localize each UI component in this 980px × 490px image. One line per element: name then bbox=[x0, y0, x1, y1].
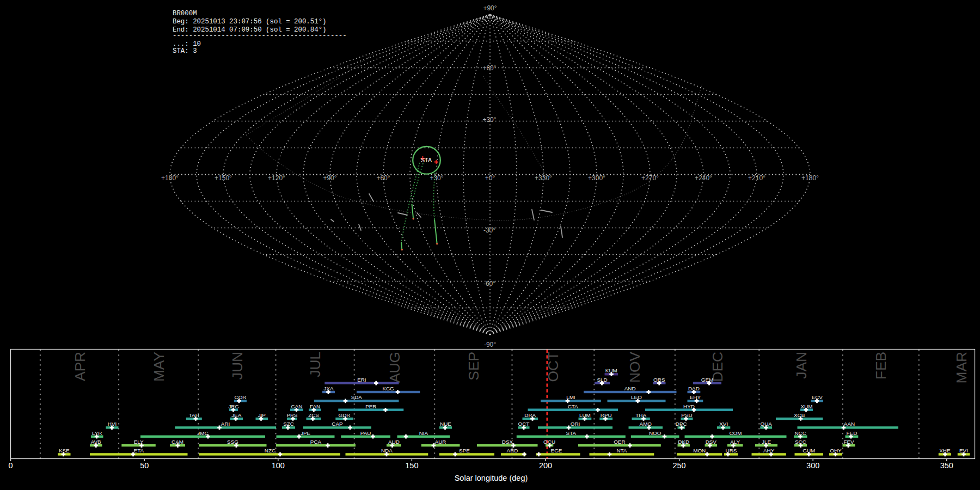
svg-text:DAD: DAD bbox=[688, 385, 700, 391]
svg-text:200: 200 bbox=[539, 461, 552, 470]
svg-text:DPC: DPC bbox=[676, 421, 687, 427]
svg-text:...: 10: ...: 10 bbox=[173, 40, 201, 48]
svg-text:THA: THA bbox=[635, 412, 646, 418]
svg-text:JRC: JRC bbox=[228, 403, 238, 409]
svg-text:SCC: SCC bbox=[795, 439, 806, 445]
svg-text:SEP: SEP bbox=[465, 352, 482, 381]
svg-text:JUL: JUL bbox=[307, 352, 323, 377]
svg-text:JMC: JMC bbox=[197, 430, 208, 436]
svg-text:COM: COM bbox=[729, 430, 742, 436]
svg-text:AUD: AUD bbox=[388, 439, 400, 445]
svg-text:JAN: JAN bbox=[793, 352, 810, 379]
svg-text:URS: URS bbox=[726, 448, 737, 454]
svg-text:ELY: ELY bbox=[134, 439, 144, 445]
svg-text:PER: PER bbox=[365, 403, 376, 409]
svg-text:FEB: FEB bbox=[873, 352, 889, 379]
svg-text:+180°: +180° bbox=[161, 174, 179, 182]
svg-text:AMO: AMO bbox=[640, 421, 652, 427]
svg-text:ALY: ALY bbox=[730, 439, 740, 445]
svg-text:RPU: RPU bbox=[601, 412, 612, 418]
svg-text:ARD: ARD bbox=[507, 448, 518, 454]
svg-text:KCG: KCG bbox=[382, 385, 394, 391]
svg-text:-60°: -60° bbox=[483, 280, 495, 287]
svg-text:CTA: CTA bbox=[568, 403, 578, 409]
svg-text:NUE: NUE bbox=[440, 421, 451, 427]
svg-text:NOO: NOO bbox=[649, 430, 661, 436]
svg-text:AUG: AUG bbox=[387, 352, 403, 383]
svg-text:AVB: AVB bbox=[91, 439, 101, 445]
svg-text:ORI: ORI bbox=[571, 421, 580, 427]
svg-text:OHY: OHY bbox=[830, 448, 842, 454]
svg-text:JPE: JPE bbox=[301, 430, 311, 436]
svg-text:+60°: +60° bbox=[482, 64, 496, 72]
svg-text:TAH: TAH bbox=[189, 412, 199, 418]
svg-text:STA: STA bbox=[421, 157, 432, 163]
svg-text:JLE: JLE bbox=[762, 439, 771, 445]
svg-text:0: 0 bbox=[9, 461, 13, 470]
svg-text:-90°: -90° bbox=[484, 341, 496, 348]
svg-text:JEA: JEA bbox=[231, 412, 242, 418]
svg-text:LYR: LYR bbox=[92, 430, 102, 436]
svg-text:+210°: +210° bbox=[748, 174, 765, 182]
svg-text:DKD: DKD bbox=[678, 439, 689, 445]
svg-text:DSV: DSV bbox=[706, 439, 717, 445]
svg-text:+60°: +60° bbox=[376, 174, 390, 182]
svg-text:+30°: +30° bbox=[482, 116, 496, 124]
svg-text:+120°: +120° bbox=[268, 174, 285, 182]
svg-text:JXA: JXA bbox=[323, 385, 334, 391]
svg-text:EVI: EVI bbox=[959, 448, 968, 454]
svg-text:MON: MON bbox=[693, 448, 706, 454]
svg-text:LUM: LUM bbox=[579, 412, 591, 418]
svg-text:250: 250 bbox=[672, 461, 685, 470]
svg-text:COR: COR bbox=[235, 394, 247, 400]
svg-text:HVI: HVI bbox=[108, 421, 117, 427]
svg-text:CAP: CAP bbox=[332, 421, 343, 427]
svg-text:ECV: ECV bbox=[812, 394, 823, 400]
svg-text:ZCS: ZCS bbox=[308, 412, 319, 418]
svg-text:+150°: +150° bbox=[215, 174, 232, 182]
svg-text:300: 300 bbox=[806, 461, 819, 470]
svg-text:SPE: SPE bbox=[459, 448, 470, 454]
svg-text:GUM: GUM bbox=[803, 448, 815, 454]
svg-text:Solar longitude (deg): Solar longitude (deg) bbox=[455, 474, 528, 482]
svg-text:NCC: NCC bbox=[794, 430, 806, 436]
svg-text:GDR: GDR bbox=[339, 412, 351, 418]
svg-text:XCB: XCB bbox=[794, 412, 805, 418]
svg-text:CAN: CAN bbox=[291, 403, 303, 409]
svg-text:50: 50 bbox=[140, 461, 149, 470]
svg-text:NTA: NTA bbox=[616, 448, 627, 454]
svg-text:STA: STA bbox=[566, 430, 577, 436]
svg-text:APR: APR bbox=[72, 352, 88, 381]
svg-text:DSX: DSX bbox=[502, 439, 513, 445]
svg-text:NOV: NOV bbox=[627, 352, 643, 383]
svg-text:+180°: +180° bbox=[801, 174, 819, 182]
svg-text:SDA: SDA bbox=[351, 394, 363, 400]
svg-text:EGE: EGE bbox=[551, 448, 562, 454]
svg-text:AHY: AHY bbox=[763, 448, 775, 454]
svg-text:150: 150 bbox=[405, 461, 418, 470]
svg-text:+330°: +330° bbox=[535, 174, 552, 182]
svg-text:XVI: XVI bbox=[719, 421, 728, 427]
svg-text:NZC: NZC bbox=[265, 448, 275, 454]
svg-text:AAN: AAN bbox=[844, 421, 855, 427]
svg-text:NDA: NDA bbox=[381, 448, 393, 454]
svg-text:KSE: KSE bbox=[59, 448, 70, 454]
svg-text:HYD: HYD bbox=[683, 403, 695, 409]
svg-text:+270°: +270° bbox=[641, 174, 659, 182]
svg-text:CAM: CAM bbox=[171, 439, 183, 445]
svg-text:------------------------------: ----------------------------------------… bbox=[173, 32, 347, 40]
svg-text:FEV: FEV bbox=[843, 439, 854, 445]
svg-text:BR000M: BR000M bbox=[173, 10, 197, 17]
svg-text:SZC: SZC bbox=[283, 421, 294, 427]
svg-text:AND: AND bbox=[624, 385, 636, 391]
svg-text:QUA: QUA bbox=[760, 421, 772, 427]
svg-text:MAY: MAY bbox=[151, 352, 167, 382]
svg-text:+300°: +300° bbox=[588, 174, 605, 182]
svg-text:ETA: ETA bbox=[134, 448, 144, 454]
svg-text:FED: FED bbox=[847, 430, 857, 436]
svg-text:+240°: +240° bbox=[695, 174, 712, 182]
svg-text:JIP: JIP bbox=[258, 412, 266, 418]
svg-text:GEM: GEM bbox=[701, 377, 714, 383]
svg-text:PCA: PCA bbox=[310, 439, 322, 445]
svg-text:-30°: -30° bbox=[483, 226, 495, 234]
